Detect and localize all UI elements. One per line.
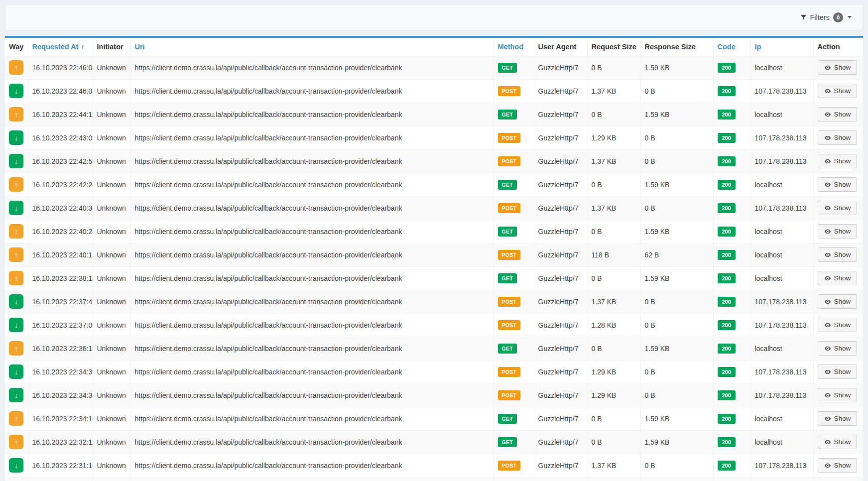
table-row: ↑ 16.10.2023 22:42:24 Unknown https://cl… (5, 173, 863, 196)
response-size-cell: 0 B (640, 454, 713, 477)
action-cell: Show (813, 407, 863, 430)
show-button[interactable]: Show (818, 247, 858, 262)
user-agent-cell: GuzzleHttp/7 (534, 220, 587, 243)
method-cell: POST (494, 79, 534, 103)
column-header-uri[interactable]: Uri (130, 38, 494, 56)
uri-cell: https://client.demo.crassu.la/api/public… (130, 126, 494, 149)
status-code-badge: 200 (718, 414, 736, 424)
show-button[interactable]: Show (818, 177, 858, 192)
user-agent-cell: GuzzleHttp/7 (534, 360, 587, 383)
show-button[interactable]: Show (818, 201, 858, 215)
request-size-cell: 0 B (587, 337, 640, 360)
arrow-up-icon: ↑ (9, 60, 23, 75)
show-button[interactable]: Show (818, 224, 858, 239)
column-header-code[interactable]: Code (713, 38, 750, 56)
request-size-cell: 1.37 KB (587, 454, 640, 477)
uri-cell: https://client.demo.crassu.la/api/public… (130, 313, 494, 337)
show-button[interactable]: Show (818, 60, 858, 75)
status-code-badge: 200 (718, 437, 736, 447)
show-button[interactable]: Show (818, 130, 858, 145)
arrow-up-icon: ↑ (9, 107, 23, 121)
show-button[interactable]: Show (818, 271, 858, 285)
user-agent-cell: GuzzleHttp/7 (534, 383, 587, 407)
user-agent-cell: GuzzleHttp/7 (534, 173, 587, 196)
show-button-label: Show (834, 345, 851, 352)
uri-cell: https://client.demo.crassu.la/api/public… (130, 454, 494, 477)
arrow-up-icon: ↑ (9, 177, 23, 192)
uri-cell: https://client.demo.crassu.la/api/public… (130, 430, 494, 454)
method-cell: GET (494, 266, 534, 290)
show-button[interactable]: Show (818, 364, 858, 379)
method-cell: GET (494, 103, 534, 126)
column-header-action: Action (813, 38, 863, 56)
response-size-cell: 1.59 KB (640, 220, 713, 243)
show-button[interactable]: Show (818, 107, 858, 121)
code-cell: 200 (713, 383, 750, 407)
table-row: ↑ 16.10.2023 22:40:12 Unknown https://cl… (5, 243, 863, 266)
method-badge: POST (498, 320, 521, 330)
ip-cell: localhost (750, 220, 813, 243)
eye-icon (824, 322, 831, 329)
requests-table: Way Requested At↑ Initiator Uri Method U… (5, 38, 863, 481)
show-button[interactable]: Show (818, 294, 858, 309)
funnel-icon (800, 14, 807, 20)
eye-icon (824, 439, 831, 446)
action-cell: Show (813, 266, 863, 290)
column-header-ip[interactable]: Ip (750, 38, 813, 56)
status-code-badge: 200 (718, 133, 736, 143)
request-size-cell: 1.29 KB (587, 126, 640, 149)
arrow-down-icon: ↓ (9, 154, 23, 168)
column-header-response-size: Response Size (640, 38, 713, 56)
show-button[interactable]: Show (818, 388, 858, 402)
show-button[interactable]: Show (818, 341, 858, 356)
show-button[interactable]: Show (818, 84, 858, 98)
response-size-cell: 1.59 KB (640, 173, 713, 196)
status-code-badge: 200 (718, 86, 736, 96)
uri-cell: https://client.demo.crassu.la/api/public… (130, 220, 494, 243)
request-size-cell: 1.28 KB (587, 313, 640, 337)
code-cell: 200 (713, 266, 750, 290)
response-size-cell: 0 B (640, 313, 713, 337)
user-agent-cell: GuzzleHttp/7 (534, 149, 587, 173)
arrow-down-icon: ↓ (9, 364, 23, 379)
show-button-label: Show (834, 462, 851, 469)
requested-at-cell: 16.10.2023 22:42:24 (28, 173, 93, 196)
page: Filters 0 Way Requested At↑ Initiator Ur… (0, 0, 868, 481)
request-size-cell: 0 B (587, 266, 640, 290)
initiator-cell: Unknown (93, 266, 130, 290)
uri-cell: https://client.demo.crassu.la/api/public… (130, 149, 494, 173)
show-button[interactable]: Show (818, 458, 858, 473)
status-code-badge: 200 (718, 227, 736, 237)
table-row: ↑ 16.10.2023 22:40:24 Unknown https://cl… (5, 220, 863, 243)
table-row: ↑ 16.10.2023 22:36:14 Unknown https://cl… (5, 337, 863, 360)
arrow-down-icon: ↓ (9, 201, 23, 215)
show-button[interactable]: Show (818, 411, 858, 426)
column-header-method[interactable]: Method (494, 38, 534, 56)
way-cell: ↑ (5, 266, 28, 290)
initiator-cell: Unknown (93, 243, 130, 266)
eye-icon (824, 415, 831, 422)
user-agent-cell: GuzzleHttp/7 (534, 196, 587, 220)
eye-icon (824, 88, 831, 95)
uri-cell: https://client.demo.crassu.la/api/public… (130, 196, 494, 220)
action-cell: Show (813, 149, 863, 173)
method-cell: POST (494, 290, 534, 313)
arrow-down-icon: ↓ (9, 294, 23, 309)
show-button[interactable]: Show (818, 154, 858, 168)
eye-icon (824, 275, 831, 282)
column-header-requested-at[interactable]: Requested At↑ (28, 38, 93, 56)
status-code-badge: 200 (718, 250, 736, 260)
show-button[interactable]: Show (818, 318, 858, 332)
method-badge: POST (498, 297, 521, 307)
user-agent-cell: GuzzleHttp/7 (534, 290, 587, 313)
method-badge: GET (498, 110, 517, 120)
initiator-cell: Unknown (93, 103, 130, 126)
status-code-badge: 200 (718, 273, 736, 283)
action-cell: Show (813, 383, 863, 407)
eye-icon (824, 392, 831, 399)
show-button[interactable]: Show (818, 435, 858, 449)
filters-toggle-button[interactable]: Filters 0 (800, 12, 852, 22)
request-size-cell: 1.29 KB (587, 360, 640, 383)
action-cell: Show (813, 220, 863, 243)
initiator-cell: Unknown (93, 313, 130, 337)
